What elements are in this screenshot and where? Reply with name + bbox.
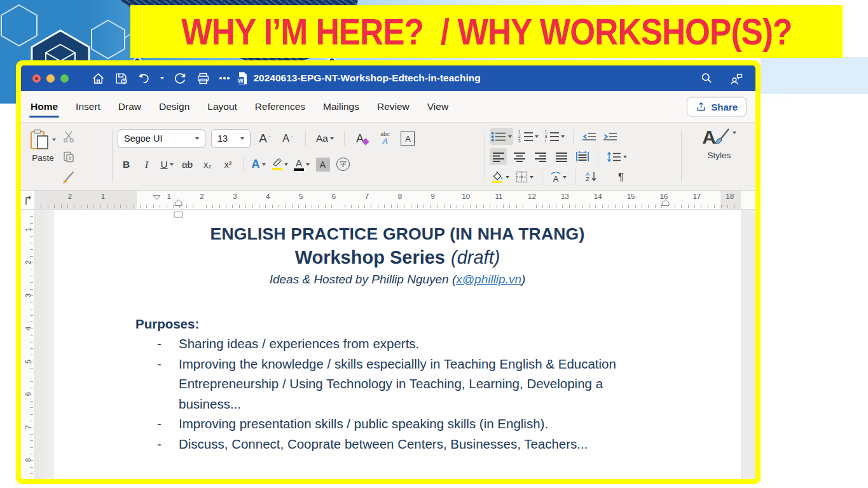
ribbon-tab[interactable]: Home (31, 91, 58, 122)
first-line-indent-marker[interactable] (153, 191, 161, 203)
right-indent-marker[interactable] (661, 197, 670, 208)
multilevel-list-button[interactable]: 1ai (544, 128, 567, 145)
character-border-button[interactable]: A (399, 130, 417, 147)
word-window: W 20240613-EPG-NT-Workshop-Edtech-in-tea… (21, 65, 755, 479)
search-icon[interactable] (700, 72, 713, 85)
align-right-button[interactable] (532, 148, 549, 165)
strikethrough-button[interactable]: ab (179, 156, 196, 173)
underline-chevron-icon[interactable] (170, 163, 174, 166)
ribbon-tab[interactable]: References (255, 91, 305, 122)
more-commands-icon[interactable] (219, 77, 222, 79)
ribbon-tab[interactable]: Mailings (323, 91, 359, 122)
ribbon-tab[interactable]: Draw (118, 91, 141, 122)
superscript-button[interactable]: x² (219, 156, 237, 173)
ribbon-tab[interactable]: Design (159, 91, 189, 122)
distribute-text-button[interactable] (574, 148, 591, 165)
cut-icon[interactable] (62, 130, 76, 146)
save-icon[interactable] (114, 72, 128, 85)
minimize-window-button[interactable] (46, 74, 55, 83)
shrink-font-button[interactable]: Aˇ (279, 130, 296, 147)
home-icon[interactable] (92, 72, 105, 85)
ribbon-tab[interactable]: Layout (207, 91, 237, 122)
bold-button[interactable]: B (118, 156, 135, 173)
ruler-number: 14 (581, 193, 614, 200)
change-case-button[interactable]: Aa (315, 130, 335, 147)
paste-dropdown-chevron-icon[interactable] (52, 139, 56, 141)
format-painter-icon[interactable] (62, 171, 76, 186)
ruler-number: 6 (21, 377, 35, 410)
paragraph-group: 123 1ai (490, 128, 630, 186)
ribbon-tab[interactable]: Insert (76, 91, 100, 122)
grow-font-button[interactable]: Aˆ (256, 130, 273, 147)
paste-button[interactable]: Paste (30, 129, 56, 186)
font-name-select[interactable]: Segoe UI (118, 129, 205, 148)
clipboard-group: Paste (30, 129, 76, 186)
horizontal-ruler[interactable]: 21123456789101112131415161718 (35, 191, 755, 209)
left-indent-marker[interactable] (174, 209, 183, 220)
justify-button[interactable] (553, 148, 570, 165)
borders-icon (516, 171, 528, 183)
ribbon-tab-row: Home Insert Draw Design Layout Reference… (21, 91, 755, 123)
email-link[interactable]: x@phillip.vn (456, 273, 521, 286)
ruler-number: 15 (614, 193, 647, 200)
borders-button[interactable] (514, 168, 535, 186)
page-right-gutter[interactable] (741, 210, 755, 479)
ruler-number: 13 (548, 193, 581, 200)
print-icon[interactable] (196, 72, 210, 85)
list-item: - Improving the knowledge / skills espec… (157, 354, 741, 414)
decrease-indent-button[interactable] (581, 128, 598, 145)
font-color-button[interactable]: A (293, 156, 311, 173)
quick-access-toolbar (92, 72, 230, 85)
increase-indent-button[interactable] (602, 128, 619, 145)
numbered-list-button[interactable]: 123 (517, 128, 540, 145)
ruler-number: 7 (350, 193, 383, 200)
ruler-number: 12 (515, 193, 548, 200)
zoom-window-button[interactable] (60, 74, 69, 83)
vertical-ruler[interactable]: 12345678 (21, 210, 35, 479)
text-effects-button[interactable]: A (250, 156, 267, 173)
highlight-button[interactable] (270, 156, 289, 173)
line-spacing-button[interactable] (605, 148, 628, 165)
line-spacing-icon (607, 152, 621, 162)
font-size-select[interactable]: 13 (211, 129, 251, 148)
contacts-comments-icon[interactable] (729, 72, 744, 85)
redo-icon[interactable] (174, 72, 187, 85)
enclose-characters-button[interactable]: 字 (334, 156, 352, 173)
italic-button[interactable]: I (138, 156, 155, 173)
ribbon-tab[interactable]: View (427, 91, 448, 122)
show-paragraph-marks-button[interactable]: ¶ (612, 168, 630, 186)
close-window-button[interactable] (32, 74, 41, 83)
hanging-indent-marker[interactable] (174, 197, 183, 208)
character-shading-button[interactable]: A (314, 156, 331, 173)
sort-button[interactable]: AZ (582, 168, 600, 186)
tab-stop-selector[interactable] (21, 191, 35, 209)
align-center-button[interactable] (511, 148, 528, 165)
document-heading-1: ENGLISH PRACTICE GROUP (IN NHA TRANG) (54, 224, 741, 244)
document-page[interactable]: ENGLISH PRACTICE GROUP (IN NHA TRANG) Wo… (54, 210, 741, 479)
align-center-icon (513, 152, 526, 162)
decrease-indent-icon (582, 132, 596, 141)
bullet-list-icon (491, 131, 506, 142)
paste-clipboard-icon (30, 129, 49, 150)
styles-button[interactable]: A (702, 128, 736, 147)
underline-button[interactable]: U (158, 156, 176, 173)
ruler-number: 10 (450, 193, 483, 200)
text-direction-button[interactable]: A (549, 168, 568, 186)
share-icon (696, 101, 706, 112)
clear-formatting-button[interactable]: A (354, 130, 371, 147)
ruler-number: 6 (317, 193, 350, 200)
bullet-list-button[interactable] (490, 128, 513, 145)
document-heading-2: Workshop Series(draft) (54, 247, 741, 268)
subscript-button[interactable]: x₂ (199, 156, 216, 173)
copy-icon[interactable] (62, 151, 76, 166)
align-left-button[interactable] (490, 148, 507, 165)
ruler-number: 2 (53, 193, 86, 200)
clipboard-small-buttons (62, 129, 76, 186)
undo-dropdown-chevron-icon[interactable] (160, 77, 164, 79)
ribbon-tab[interactable]: Review (377, 91, 410, 122)
share-button[interactable]: Share (687, 97, 747, 116)
undo-icon[interactable] (137, 72, 151, 85)
bullet-dash: - (157, 414, 179, 434)
shading-button[interactable] (490, 168, 511, 186)
phonetic-guide-button[interactable]: abcA (376, 130, 394, 147)
